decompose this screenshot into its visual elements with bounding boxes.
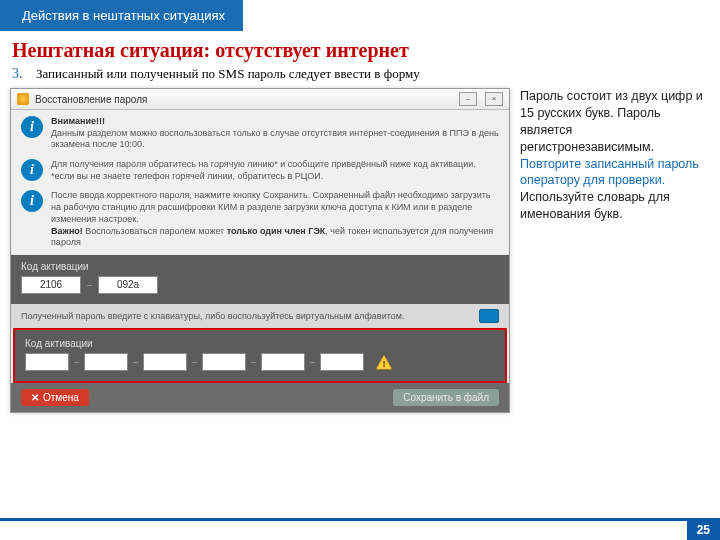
header-ribbon: Действия в нештатных ситуациях: [0, 0, 243, 31]
info-block-1: i Внимание!!! Данным разделом можно восп…: [11, 110, 509, 153]
code-part-2[interactable]: [98, 276, 158, 294]
hint-text: Полученный пароль введите с клавиатуры, …: [21, 311, 404, 321]
side-note: Пароль состоит из двух цифр и 15 русских…: [518, 88, 710, 413]
activation-code-section: Код активации –: [11, 255, 509, 304]
info3-strong: только один член ГЭК: [227, 226, 326, 236]
side-p1: Пароль состоит из двух цифр и 15 русских…: [520, 89, 703, 154]
warning-icon: !: [375, 354, 393, 370]
close-button[interactable]: ×: [485, 92, 503, 106]
pwd-part-5[interactable]: [261, 353, 305, 371]
pwd-part-3[interactable]: [143, 353, 187, 371]
side-p2: Повторите записанный пароль оператору дл…: [520, 157, 699, 188]
dialog-title-bar: Восстановление пароля – ×: [11, 89, 509, 110]
page-number: 25: [687, 521, 720, 540]
pwd-part-1[interactable]: [25, 353, 69, 371]
info-block-3: i После ввода корректного пароля, нажмит…: [11, 184, 509, 250]
hint-strip: Полученный пароль введите с клавиатуры, …: [11, 304, 509, 328]
code-part-1[interactable]: [21, 276, 81, 294]
password-entry-section: Код активации – – – – – !: [13, 328, 507, 383]
dialog-button-bar: ✕Отмена Сохранить в файл: [11, 383, 509, 412]
pwd-part-4[interactable]: [202, 353, 246, 371]
code-label: Код активации: [21, 261, 499, 272]
info3-head: Важно!: [51, 226, 83, 236]
pwd-part-2[interactable]: [84, 353, 128, 371]
info3-a: После ввода корректного пароля, нажмите …: [51, 190, 490, 223]
dash: –: [87, 280, 92, 290]
password-label: Код активации: [25, 338, 495, 349]
info-block-2: i Для получения пароля обратитесь на гор…: [11, 153, 509, 184]
step-row: 3. Записанный или полученный по SMS паро…: [12, 66, 720, 82]
shield-icon: [17, 93, 29, 105]
footer: 25: [0, 518, 720, 540]
info-icon: i: [21, 116, 43, 138]
info1-body: Данным разделом можно воспользоваться то…: [51, 128, 499, 150]
step-number: 3.: [12, 66, 26, 82]
keyboard-icon[interactable]: [479, 309, 499, 323]
password-dialog: Восстановление пароля – × i Внимание!!! …: [10, 88, 510, 413]
cancel-label: Отмена: [43, 392, 79, 403]
save-label: Сохранить в файл: [403, 392, 489, 403]
svg-text:!: !: [383, 358, 386, 369]
info2-b: *если вы не знаете телефон горячей линии…: [51, 171, 323, 181]
info-icon: i: [21, 190, 43, 212]
step-text: Записанный или полученный по SMS пароль …: [36, 66, 420, 82]
minimize-button[interactable]: –: [459, 92, 477, 106]
side-p3: Используйте словарь для именования букв.: [520, 190, 670, 221]
save-button[interactable]: Сохранить в файл: [393, 389, 499, 406]
info1-heading: Внимание!!!: [51, 116, 105, 126]
info-icon: i: [21, 159, 43, 181]
situation-title: Нештатная ситуация: отсутствует интернет: [12, 39, 720, 62]
close-icon: ✕: [31, 392, 39, 403]
cancel-button[interactable]: ✕Отмена: [21, 389, 89, 406]
dialog-title: Восстановление пароля: [35, 94, 451, 105]
info2-a: Для получения пароля обратитесь на горяч…: [51, 159, 476, 169]
info3-b: Воспользоваться паролем может: [83, 226, 227, 236]
pwd-part-6[interactable]: [320, 353, 364, 371]
